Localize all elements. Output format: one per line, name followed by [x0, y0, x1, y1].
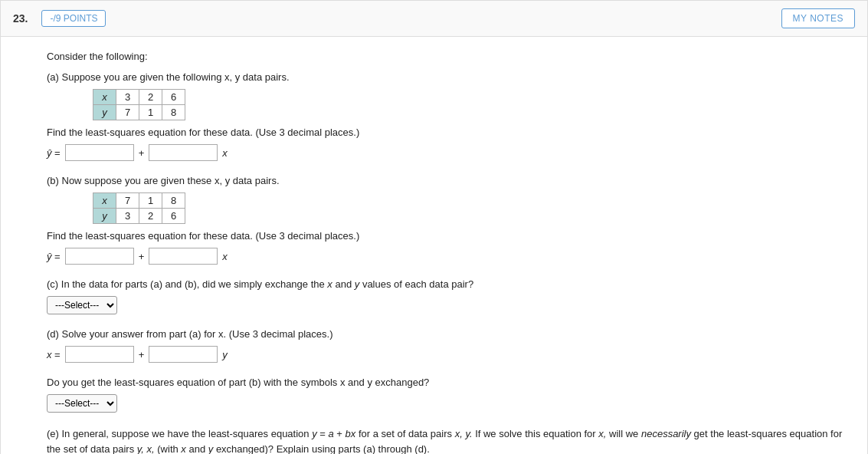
part-d-intercept-input[interactable] — [65, 346, 134, 363]
table-a-y1: 7 — [116, 105, 139, 120]
do-you-get-section: Do you get the least-squares equation of… — [47, 377, 849, 413]
table-b-header-y: y — [93, 209, 116, 224]
table-a: x 3 2 6 y 7 1 8 — [93, 89, 185, 120]
part-b-intercept-input[interactable] — [65, 248, 134, 265]
table-b-y3: 6 — [162, 209, 185, 224]
part-e-label: (e) In general, suppose we have the leas… — [47, 426, 849, 454]
table-b-x2: 1 — [139, 193, 162, 209]
x-label-a: x — [222, 147, 228, 159]
y-label-d: y — [222, 349, 228, 360]
part-b-slope-input[interactable] — [149, 248, 218, 265]
part-b-instruction: Find the least-squares equation for thes… — [47, 230, 849, 242]
question-number: 23. — [13, 12, 28, 25]
part-a-label: (a) Suppose you are given the following … — [47, 71, 849, 83]
part-d-equation: x = + y — [47, 346, 849, 363]
header-left: 23. -/9 POINTS — [13, 10, 106, 27]
part-d-label: (d) Solve your answer from part (a) for … — [47, 328, 849, 340]
part-a-instruction: Find the least-squares equation for thes… — [47, 127, 849, 138]
part-d-slope-input[interactable] — [149, 346, 218, 363]
part-a-equation: ŷ = + x — [47, 144, 849, 161]
part-a-section: (a) Suppose you are given the following … — [47, 71, 849, 161]
plus-sign-a: + — [139, 147, 145, 159]
plus-sign-d: + — [139, 349, 145, 360]
plus-sign-b: + — [139, 251, 145, 262]
part-b-label: (b) Now suppose you are given these x, y… — [47, 175, 849, 186]
part-e-section: (e) In general, suppose we have the leas… — [47, 426, 849, 454]
part-c-select[interactable]: ---Select--- Yes No — [47, 296, 117, 314]
table-b-x1: 7 — [116, 193, 139, 209]
table-b-header-x: x — [93, 193, 116, 209]
part-a-slope-input[interactable] — [149, 144, 218, 161]
yhat-label-a: ŷ = — [47, 147, 61, 159]
do-you-get-select[interactable]: ---Select--- Yes No — [47, 394, 117, 413]
table-a-y2: 1 — [139, 105, 162, 120]
header-bar: 23. -/9 POINTS MY NOTES — [1, 1, 867, 37]
table-b-x3: 8 — [162, 193, 185, 209]
part-d-section: (d) Solve your answer from part (a) for … — [47, 328, 849, 363]
consider-text: Consider the following: — [47, 51, 849, 62]
table-a-header-y: y — [93, 105, 116, 120]
table-b-y2: 2 — [139, 209, 162, 224]
table-a-header-x: x — [93, 90, 116, 105]
my-notes-button[interactable]: MY NOTES — [781, 8, 855, 28]
part-a-intercept-input[interactable] — [65, 144, 134, 161]
yhat-label-b: ŷ = — [47, 251, 61, 262]
do-you-get-label: Do you get the least-squares equation of… — [47, 377, 849, 388]
part-b-section: (b) Now suppose you are given these x, y… — [47, 175, 849, 265]
x-label-b: x — [222, 251, 228, 262]
part-c-label: (c) In the data for parts (a) and (b), d… — [47, 278, 849, 290]
part-c-section: (c) In the data for parts (a) and (b), d… — [47, 278, 849, 314]
table-b-y1: 3 — [116, 209, 139, 224]
points-badge[interactable]: -/9 POINTS — [41, 10, 106, 27]
table-a-y3: 8 — [162, 105, 185, 120]
part-b-equation: ŷ = + x — [47, 248, 849, 265]
table-a-x2: 2 — [139, 90, 162, 105]
table-a-x3: 6 — [162, 90, 185, 105]
table-a-x1: 3 — [116, 90, 139, 105]
table-b: x 7 1 8 y 3 2 6 — [93, 192, 185, 224]
x-equals-label: x = — [47, 349, 61, 360]
content-area: Consider the following: (a) Suppose you … — [1, 37, 867, 454]
